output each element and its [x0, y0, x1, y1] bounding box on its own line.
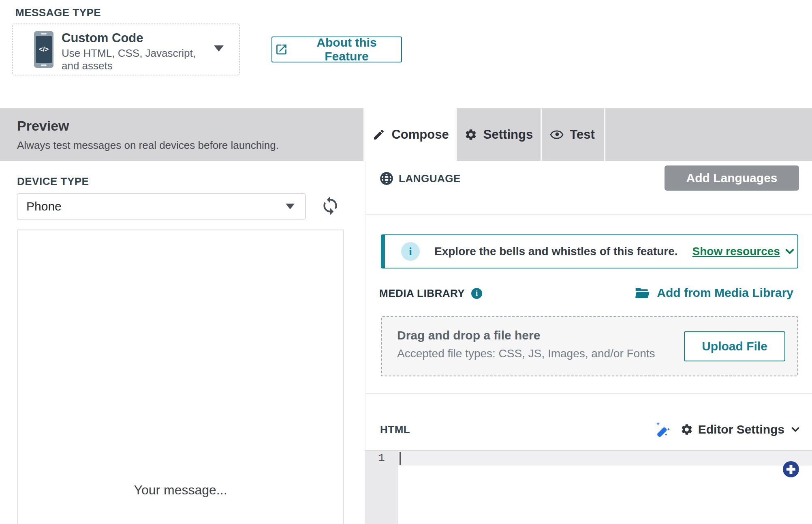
magic-wand-button[interactable] — [654, 421, 671, 438]
add-content-button[interactable] — [783, 461, 799, 477]
drop-zone-subtitle: Accepted file types: CSS, JS, Images, an… — [397, 347, 655, 360]
language-section-header: LANGUAGE — [379, 171, 461, 186]
message-type-dropdown[interactable]: </> Custom Code Use HTML, CSS, Javascrip… — [12, 24, 240, 75]
preview-message-placeholder: Your message... — [18, 483, 343, 498]
folder-open-icon — [634, 286, 651, 300]
html-section-label: HTML — [380, 423, 410, 436]
message-type-description: Use HTML, CSS, Javascript, and assets — [62, 47, 201, 72]
info-icon[interactable]: i — [471, 288, 482, 299]
line-number: 1 — [378, 452, 385, 464]
chevron-down-icon — [789, 423, 801, 436]
html-code-editor[interactable]: 1 — [365, 450, 812, 524]
preview-subtitle: Always test messages on real devices bef… — [17, 139, 279, 152]
tab-compose[interactable]: Compose — [365, 108, 457, 161]
drop-zone-title: Drag and drop a file here — [397, 329, 540, 342]
tab-test-label: Test — [570, 127, 594, 142]
tab-settings[interactable]: Settings — [457, 108, 542, 161]
show-resources-label: Show resources — [692, 245, 780, 258]
editor-cursor — [400, 452, 401, 465]
preview-header: Preview Always test messages on real dev… — [0, 108, 363, 161]
custom-code-composer: MESSAGE TYPE </> Custom Code Use HTML, C… — [0, 0, 812, 524]
device-type-value: Phone — [26, 200, 62, 213]
about-this-feature-label: About this Feature — [295, 36, 399, 63]
show-resources-link[interactable]: Show resources — [692, 245, 795, 258]
section-divider — [366, 214, 812, 215]
resources-banner-text: Explore the bells and whistles of this f… — [434, 245, 678, 258]
add-languages-button[interactable]: Add Languages — [665, 165, 799, 191]
media-library-label: MEDIA LIBRARY — [379, 287, 465, 300]
upload-file-button[interactable]: Upload File — [684, 331, 785, 361]
editor-line-gutter: 1 — [365, 451, 398, 524]
chevron-down-icon — [214, 45, 224, 52]
editor-active-line[interactable] — [398, 451, 812, 466]
editor-toolbar: Editor Settings — [654, 421, 801, 438]
gear-icon — [464, 128, 477, 141]
gear-icon — [680, 423, 693, 436]
tab-settings-label: Settings — [483, 127, 533, 142]
external-link-icon — [275, 43, 288, 56]
phone-code-icon: </> — [34, 31, 53, 68]
chevron-down-icon — [286, 204, 295, 209]
refresh-icon — [320, 195, 340, 216]
refresh-preview-button[interactable] — [320, 195, 340, 216]
pencil-icon — [372, 128, 385, 141]
language-label: LANGUAGE — [399, 172, 461, 185]
preview-title: Preview — [17, 118, 69, 134]
device-type-label: DEVICE TYPE — [17, 175, 89, 188]
magic-wand-icon — [654, 421, 671, 438]
device-preview-frame: Your message... — [17, 230, 344, 524]
panel-divider — [365, 161, 365, 450]
compose-tabbar: Compose Settings Test — [365, 108, 812, 161]
add-from-media-library-link[interactable]: Add from Media Library — [634, 286, 793, 300]
eye-icon — [550, 128, 564, 142]
chevron-down-icon — [784, 246, 795, 257]
device-type-select[interactable]: Phone — [17, 193, 306, 219]
info-icon: i — [401, 242, 420, 261]
message-type-label: MESSAGE TYPE — [15, 6, 101, 19]
file-drop-zone[interactable]: Drag and drop a file here Accepted file … — [381, 316, 798, 376]
editor-settings-label: Editor Settings — [698, 423, 784, 436]
tab-compose-label: Compose — [391, 127, 449, 142]
globe-icon — [379, 171, 394, 186]
media-library-header: MEDIA LIBRARY i — [379, 287, 482, 300]
editor-settings-button[interactable]: Editor Settings — [680, 423, 801, 436]
section-divider — [366, 393, 812, 394]
about-this-feature-button[interactable]: About this Feature — [271, 37, 402, 62]
message-type-title: Custom Code — [62, 31, 143, 45]
add-from-media-library-label: Add from Media Library — [657, 286, 793, 300]
resources-banner: i Explore the bells and whistles of this… — [381, 234, 798, 268]
tab-test[interactable]: Test — [541, 108, 605, 161]
